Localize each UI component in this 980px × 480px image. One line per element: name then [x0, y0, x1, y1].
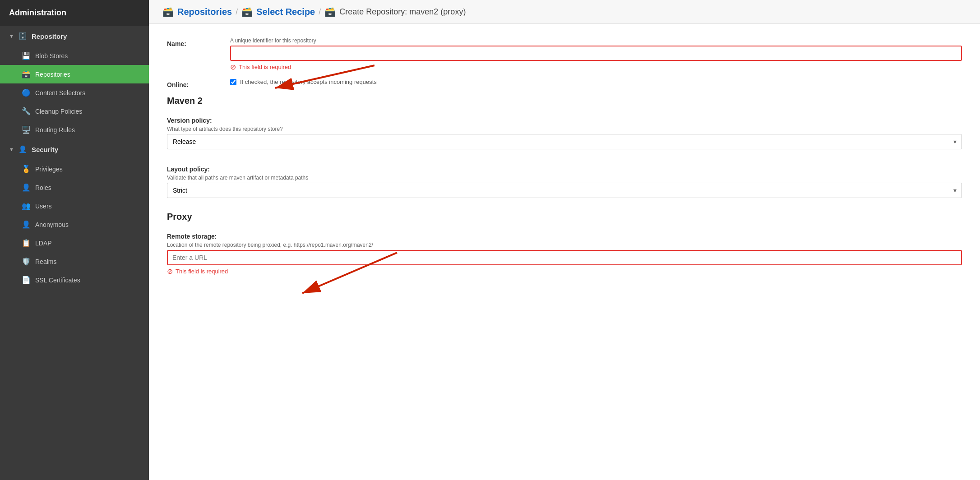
sidebar-item-privileges[interactable]: 🏅 Privileges	[0, 160, 149, 178]
layout-policy-select[interactable]: Strict Permissive	[167, 183, 962, 198]
sidebar-item-roles-label: Roles	[35, 184, 51, 191]
sidebar-item-cleanup-policies-label: Cleanup Policies	[35, 108, 82, 115]
breadcrumb-repositories-label: Repositories	[177, 7, 232, 17]
chevron-down-icon: ▼	[9, 33, 14, 39]
blob-stores-icon: 💾	[22, 51, 31, 60]
content-wrapper: Name: A unique identifier for this repos…	[167, 37, 962, 276]
sidebar-item-realms-label: Realms	[35, 258, 56, 265]
remote-storage-input[interactable]	[167, 250, 962, 265]
select-recipe-icon: 🗃️	[241, 6, 253, 17]
remote-storage-error-icon: ⊘	[167, 267, 173, 276]
security-section-icon: 👤	[18, 145, 27, 153]
breadcrumb-sep-2: /	[319, 7, 321, 17]
remote-storage-section: Remote storage: Location of the remote r…	[167, 230, 962, 276]
sidebar-section-security[interactable]: ▼ 👤 Security	[0, 139, 149, 160]
online-field-content: If checked, the repository accepts incom…	[230, 78, 962, 85]
sidebar-item-anonymous-label: Anonymous	[35, 221, 69, 228]
repository-icon: 🗄️	[18, 32, 27, 40]
sidebar-item-repositories-label: Repositories	[35, 71, 70, 78]
sidebar-item-users[interactable]: 👥 Users	[0, 197, 149, 215]
online-hint: If checked, the repository accepts incom…	[240, 78, 377, 85]
routing-rules-icon: 🖥️	[22, 125, 31, 134]
ldap-icon: 📋	[22, 239, 31, 247]
version-policy-select[interactable]: Release Snapshot Mixed	[167, 134, 962, 149]
sidebar-item-routing-rules[interactable]: 🖥️ Routing Rules	[0, 120, 149, 139]
layout-policy-select-wrapper: Strict Permissive	[167, 183, 962, 198]
remote-storage-error-message: ⊘ This field is required	[167, 267, 962, 276]
cleanup-policies-icon: 🔧	[22, 107, 31, 115]
breadcrumb-repositories-link[interactable]: Repositories	[177, 7, 232, 17]
form-content: Name: A unique identifier for this repos…	[149, 24, 980, 480]
online-checkbox[interactable]	[230, 79, 236, 85]
sidebar-item-ssl-certificates[interactable]: 📄 SSL Certificates	[0, 271, 149, 289]
sidebar-item-ldap-label: LDAP	[35, 240, 52, 247]
name-label: Name:	[167, 37, 221, 47]
anonymous-icon: 👤	[22, 220, 31, 229]
breadcrumb-create-label: Create Repository: maven2 (proxy)	[339, 7, 466, 17]
main-content: 🗃️ Repositories / 🗃️ Select Recipe / 🗃️ …	[149, 0, 980, 480]
remote-storage-error-text: This field is required	[176, 268, 228, 275]
realms-icon: 🛡️	[22, 257, 31, 266]
sidebar-section-repository-label: Repository	[32, 32, 67, 40]
version-policy-section: Version policy: What type of artifacts d…	[167, 114, 962, 149]
sidebar-item-users-label: Users	[35, 203, 52, 210]
sidebar-item-privileges-label: Privileges	[35, 166, 63, 173]
sidebar-item-repositories[interactable]: 🗃️ Repositories	[0, 65, 149, 83]
name-error-icon: ⊘	[230, 63, 236, 71]
maven2-heading: Maven 2	[167, 96, 962, 106]
sidebar-item-ssl-label: SSL Certificates	[35, 277, 80, 284]
roles-icon: 👤	[22, 183, 31, 192]
repositories-icon: 🗃️	[22, 70, 31, 78]
layout-policy-label: Layout policy:	[167, 163, 962, 175]
name-input[interactable]	[230, 46, 962, 61]
name-field-row: Name: A unique identifier for this repos…	[167, 37, 962, 71]
version-policy-select-wrapper: Release Snapshot Mixed	[167, 134, 962, 149]
chevron-down-icon-security: ▼	[9, 147, 14, 152]
proxy-heading: Proxy	[167, 212, 962, 222]
sidebar-section-security-label: Security	[32, 146, 58, 153]
layout-policy-section: Layout policy: Validate that all paths a…	[167, 163, 962, 198]
content-selectors-icon: 🔵	[22, 88, 31, 97]
breadcrumb-select-recipe-label: Select Recipe	[256, 7, 315, 17]
ssl-icon: 📄	[22, 276, 31, 284]
remote-storage-label: Remote storage:	[167, 230, 962, 242]
sidebar-item-ldap[interactable]: 📋 LDAP	[0, 234, 149, 252]
privileges-icon: 🏅	[22, 165, 31, 173]
name-field-content: A unique identifier for this repository …	[230, 37, 962, 71]
sidebar-item-roles[interactable]: 👤 Roles	[0, 178, 149, 197]
sidebar-header: Administration	[0, 0, 149, 26]
version-policy-hint: What type of artifacts does this reposit…	[167, 126, 962, 132]
create-repo-icon: 🗃️	[324, 6, 336, 17]
users-icon: 👥	[22, 202, 31, 210]
name-error-message: ⊘ This field is required	[230, 63, 962, 71]
online-checkbox-row: If checked, the repository accepts incom…	[230, 78, 962, 85]
name-error-text: This field is required	[239, 64, 291, 70]
breadcrumb-select-recipe-link[interactable]: Select Recipe	[256, 7, 315, 17]
repositories-breadcrumb-icon: 🗃️	[162, 6, 174, 17]
remote-storage-hint: Location of the remote repository being …	[167, 242, 962, 248]
sidebar: Administration ▼ 🗄️ Repository 💾 Blob St…	[0, 0, 149, 480]
online-label: Online:	[167, 78, 221, 88]
sidebar-item-realms[interactable]: 🛡️ Realms	[0, 252, 149, 271]
sidebar-item-anonymous[interactable]: 👤 Anonymous	[0, 215, 149, 234]
sidebar-item-routing-rules-label: Routing Rules	[35, 126, 75, 134]
sidebar-item-cleanup-policies[interactable]: 🔧 Cleanup Policies	[0, 102, 149, 120]
sidebar-title: Administration	[9, 8, 66, 17]
version-policy-label: Version policy:	[167, 114, 962, 126]
sidebar-item-blob-stores[interactable]: 💾 Blob Stores	[0, 46, 149, 65]
layout-policy-hint: Validate that all paths are maven artifa…	[167, 175, 962, 181]
online-field-row: Online: If checked, the repository accep…	[167, 78, 962, 88]
sidebar-items-security: 🏅 Privileges 👤 Roles 👥 Users 👤 Anonymous…	[0, 160, 149, 289]
sidebar-items-repository: 💾 Blob Stores 🗃️ Repositories 🔵 Content …	[0, 46, 149, 139]
breadcrumb-sep-1: /	[236, 7, 238, 17]
sidebar-item-content-selectors-label: Content Selectors	[35, 89, 85, 97]
sidebar-item-blob-stores-label: Blob Stores	[35, 52, 68, 60]
sidebar-item-content-selectors[interactable]: 🔵 Content Selectors	[0, 83, 149, 102]
breadcrumb: 🗃️ Repositories / 🗃️ Select Recipe / 🗃️ …	[149, 0, 980, 24]
name-hint: A unique identifier for this repository	[230, 37, 962, 44]
sidebar-section-repository[interactable]: ▼ 🗄️ Repository	[0, 26, 149, 46]
